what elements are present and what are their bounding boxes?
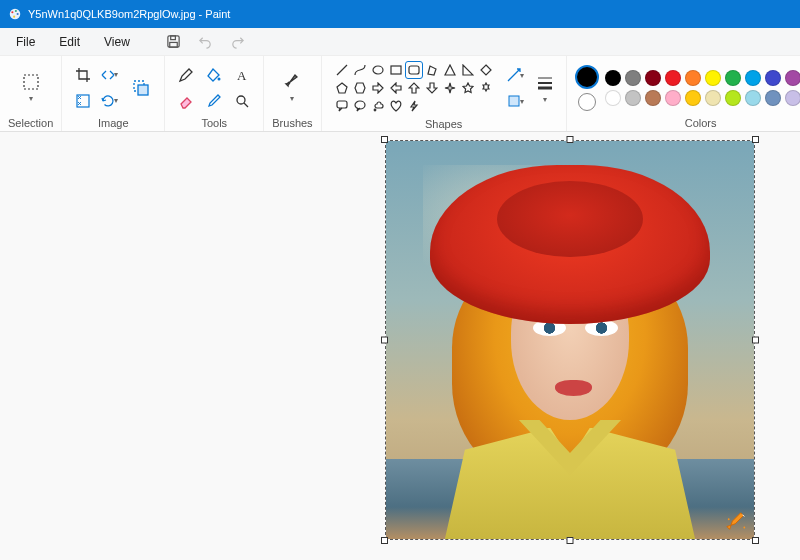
- color-swatch[interactable]: [605, 90, 621, 106]
- text-tool[interactable]: A: [229, 63, 255, 87]
- shape-heart[interactable]: [388, 98, 404, 114]
- shape-rectangle[interactable]: [388, 62, 404, 78]
- undo-button[interactable]: [192, 30, 220, 54]
- color-swatch[interactable]: [785, 90, 800, 106]
- chevron-down-icon: ▾: [543, 95, 547, 104]
- color-swatch[interactable]: [625, 90, 641, 106]
- shape-hexagon[interactable]: [352, 80, 368, 96]
- color-swatch[interactable]: [665, 90, 681, 106]
- color-swatch[interactable]: [605, 70, 621, 86]
- svg-point-12: [218, 77, 221, 80]
- color-swatch[interactable]: [685, 70, 701, 86]
- color-swatch[interactable]: [625, 70, 641, 86]
- shape-picker[interactable]: [330, 60, 498, 116]
- resize-handle-tr[interactable]: [752, 136, 759, 143]
- shape-line[interactable]: [334, 62, 350, 78]
- select-tool[interactable]: ▾: [15, 66, 47, 110]
- color-swatch[interactable]: [745, 90, 761, 106]
- shape-arrow-right[interactable]: [370, 80, 386, 96]
- resize-handle-bl[interactable]: [381, 537, 388, 544]
- group-label-selection: Selection: [8, 115, 53, 129]
- color-2-swatch[interactable]: [578, 93, 596, 111]
- svg-rect-16: [391, 66, 401, 74]
- shape-oval[interactable]: [370, 62, 386, 78]
- color-swatch[interactable]: [725, 70, 741, 86]
- color-swatch[interactable]: [665, 70, 681, 86]
- color-swatch[interactable]: [705, 90, 721, 106]
- color-swatch[interactable]: [645, 70, 661, 86]
- menu-file[interactable]: File: [6, 31, 45, 53]
- shape-right-triangle[interactable]: [460, 62, 476, 78]
- shape-star-5[interactable]: [460, 80, 476, 96]
- chevron-down-icon: ▾: [520, 71, 528, 80]
- svg-point-19: [355, 101, 365, 109]
- shape-curve[interactable]: [352, 62, 368, 78]
- pencil-tool[interactable]: [173, 63, 199, 87]
- group-image: ▾ ▾ Image: [62, 56, 165, 131]
- color-swatch[interactable]: [705, 70, 721, 86]
- resize-handle-r[interactable]: [752, 337, 759, 344]
- color-swatch[interactable]: [785, 70, 800, 86]
- menu-edit[interactable]: Edit: [49, 31, 90, 53]
- resize-handle-b[interactable]: [567, 537, 574, 544]
- crop-tool[interactable]: [70, 63, 96, 87]
- color-swatch[interactable]: [645, 90, 661, 106]
- shape-star-4[interactable]: [442, 80, 458, 96]
- shape-polygon[interactable]: [424, 62, 440, 78]
- shape-pentagon[interactable]: [334, 80, 350, 96]
- remove-background-tool[interactable]: [70, 89, 96, 113]
- redo-button[interactable]: [224, 30, 252, 54]
- resize-handle-l[interactable]: [381, 337, 388, 344]
- group-shapes: ▾ ▾ ▾ Shapes: [322, 56, 567, 131]
- stroke-width-button[interactable]: ▾: [532, 66, 558, 110]
- shape-rounded-rectangle[interactable]: [406, 62, 422, 78]
- layers-button[interactable]: [126, 66, 156, 110]
- canvas-area[interactable]: [0, 132, 800, 560]
- color-swatch[interactable]: [725, 90, 741, 106]
- shape-triangle[interactable]: [442, 62, 458, 78]
- group-label-tools: Tools: [201, 115, 227, 129]
- resize-handle-tl[interactable]: [381, 136, 388, 143]
- cocreator-icon[interactable]: [726, 511, 748, 533]
- color-swatch[interactable]: [765, 90, 781, 106]
- shape-outline-button[interactable]: ▾: [504, 63, 530, 87]
- shape-arrow-down[interactable]: [424, 80, 440, 96]
- shape-lightning[interactable]: [406, 98, 422, 114]
- window-titlebar: Y5nWn1q0QLKB9om2RpglOw.jpg - Paint: [0, 0, 800, 28]
- color-picker-tool[interactable]: [201, 89, 227, 113]
- eraser-tool[interactable]: [173, 89, 199, 113]
- shape-callout-rounded[interactable]: [334, 98, 350, 114]
- shape-arrow-left[interactable]: [388, 80, 404, 96]
- menu-view[interactable]: View: [94, 31, 140, 53]
- color-swatch[interactable]: [685, 90, 701, 106]
- shape-callout-oval[interactable]: [352, 98, 368, 114]
- color-1-swatch[interactable]: [575, 65, 599, 89]
- save-button[interactable]: [160, 30, 188, 54]
- group-brushes: ▾ Brushes: [264, 56, 321, 131]
- resize-tool[interactable]: ▾: [98, 63, 124, 87]
- shape-callout-cloud[interactable]: [370, 98, 386, 114]
- selected-image[interactable]: [385, 140, 755, 540]
- svg-point-4: [13, 16, 15, 18]
- shape-diamond[interactable]: [478, 62, 494, 78]
- shape-arrow-up[interactable]: [406, 80, 422, 96]
- rotate-tool[interactable]: ▾: [98, 89, 124, 113]
- chevron-down-icon: ▾: [114, 96, 122, 105]
- chevron-down-icon: ▾: [520, 97, 528, 106]
- group-label-colors: Colors: [685, 115, 717, 129]
- color-swatch[interactable]: [765, 70, 781, 86]
- group-label-shapes: Shapes: [425, 116, 462, 130]
- fill-tool[interactable]: [201, 63, 227, 87]
- svg-rect-21: [509, 96, 519, 106]
- svg-point-15: [373, 66, 383, 74]
- shape-fill-button[interactable]: ▾: [504, 89, 530, 113]
- shape-star-6[interactable]: [478, 80, 494, 96]
- color-swatch[interactable]: [745, 70, 761, 86]
- resize-handle-t[interactable]: [567, 136, 574, 143]
- brushes-button[interactable]: ▾: [276, 66, 308, 110]
- window-title: Y5nWn1q0QLKB9om2RpglOw.jpg - Paint: [28, 8, 230, 20]
- canvas-image[interactable]: [385, 140, 755, 540]
- magnifier-tool[interactable]: [229, 89, 255, 113]
- svg-rect-11: [138, 85, 148, 95]
- resize-handle-br[interactable]: [752, 537, 759, 544]
